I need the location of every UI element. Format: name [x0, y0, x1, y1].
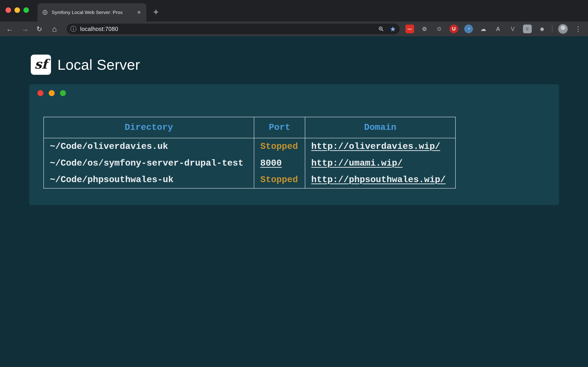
reload-icon[interactable]: ↻	[34, 24, 44, 34]
toolbar-divider	[552, 25, 552, 32]
table-row: ~/Code/oliverdavies.uk Stopped http://ol…	[44, 138, 456, 155]
extension-grid-icon[interactable]: ☰	[523, 25, 532, 33]
forward-icon[interactable]: →	[20, 24, 30, 34]
table-row: ~/Code/os/symfony-server-drupal-test 800…	[44, 155, 456, 172]
extension-v-icon[interactable]: V	[508, 25, 517, 33]
port-cell: Stopped	[254, 138, 305, 155]
extension-red-dots-icon[interactable]: •••	[405, 25, 414, 33]
extension-a-icon[interactable]: A	[493, 25, 502, 33]
card-dot-orange	[49, 90, 55, 96]
tab-title: Symfony Local Web Server: Prox	[52, 10, 136, 15]
port-cell: 8000	[254, 155, 305, 172]
extension-gear-icon[interactable]: ⚙	[420, 25, 429, 33]
extension-octocat-icon[interactable]: ☻	[538, 25, 546, 33]
address-bar[interactable]: ⓘ localhost:7080 ★	[67, 24, 400, 34]
browser-menu-icon[interactable]: ⋮	[573, 24, 583, 34]
port-value: Stopped	[260, 175, 298, 185]
extension-cloud-icon[interactable]: ☁	[479, 25, 488, 33]
globe-icon	[42, 9, 48, 15]
window-controls	[6, 7, 29, 13]
domain-cell: http://umami.wip/	[305, 155, 456, 172]
page-title: Local Server	[57, 56, 140, 73]
column-header-domain: Domain	[305, 117, 456, 138]
symfony-logo: sf	[31, 55, 51, 75]
browser-tab[interactable]: Symfony Local Web Server: Prox ×	[37, 3, 146, 22]
extensions-row: •••⚙⚙U◔☁AV☰☻	[405, 25, 546, 33]
back-icon[interactable]: ←	[5, 24, 15, 34]
window-zoom-button[interactable]	[23, 7, 29, 13]
browser-window: Symfony Local Web Server: Prox × + ← → ↻…	[0, 0, 588, 367]
domain-link[interactable]: http://phpsouthwales.wip/	[311, 175, 446, 185]
servers-table: Directory Port Domain ~/Code/oliverdavie…	[43, 117, 456, 189]
directory-cell: ~/Code/oliverdavies.uk	[44, 138, 254, 155]
profile-avatar[interactable]	[558, 24, 568, 34]
bookmark-star-icon[interactable]: ★	[390, 25, 396, 33]
domain-link[interactable]: http://umami.wip/	[311, 158, 403, 168]
server-card: Directory Port Domain ~/Code/oliverdavie…	[29, 84, 559, 205]
card-dot-green	[60, 90, 66, 96]
port-value: Stopped	[260, 142, 298, 152]
window-close-button[interactable]	[6, 7, 11, 13]
card-window-dots	[37, 90, 66, 96]
url-text[interactable]: localhost:7080	[80, 26, 118, 32]
domain-cell: http://oliverdavies.wip/	[305, 138, 456, 155]
site-info-icon[interactable]: ⓘ	[70, 25, 77, 33]
column-header-directory: Directory	[44, 117, 254, 138]
domain-link[interactable]: http://oliverdavies.wip/	[311, 142, 440, 152]
new-tab-button[interactable]: +	[150, 6, 162, 17]
window-minimize-button[interactable]	[15, 7, 20, 13]
extension-blue-circle-icon[interactable]: ◔	[464, 25, 473, 33]
column-header-port: Port	[254, 117, 305, 138]
table-row: ~/Code/phpsouthwales-uk Stopped http://p…	[44, 172, 456, 188]
directory-cell: ~/Code/os/symfony-server-drupal-test	[44, 155, 254, 172]
extension-gear-dark-icon[interactable]: ⚙	[435, 25, 443, 33]
extension-ublock-icon[interactable]: U	[450, 25, 458, 33]
page-header: sf Local Server	[31, 55, 140, 75]
port-value[interactable]: 8000	[260, 158, 282, 168]
port-cell: Stopped	[254, 172, 305, 188]
tab-close-icon[interactable]: ×	[136, 9, 142, 16]
table-header-row: Directory Port Domain	[44, 117, 456, 138]
page-content: sf Local Server Directory Port Domain	[0, 36, 588, 367]
browser-toolbar: ← → ↻ ⌂ ⓘ localhost:7080 ★ •••⚙⚙U◔☁AV☰☻ …	[0, 22, 588, 36]
directory-cell: ~/Code/phpsouthwales-uk	[44, 172, 254, 188]
zoom-icon[interactable]	[378, 26, 384, 32]
home-icon[interactable]: ⌂	[49, 24, 60, 34]
card-dot-red	[37, 90, 43, 96]
domain-cell: http://phpsouthwales.wip/	[305, 172, 456, 188]
tab-strip: Symfony Local Web Server: Prox × +	[0, 0, 588, 22]
